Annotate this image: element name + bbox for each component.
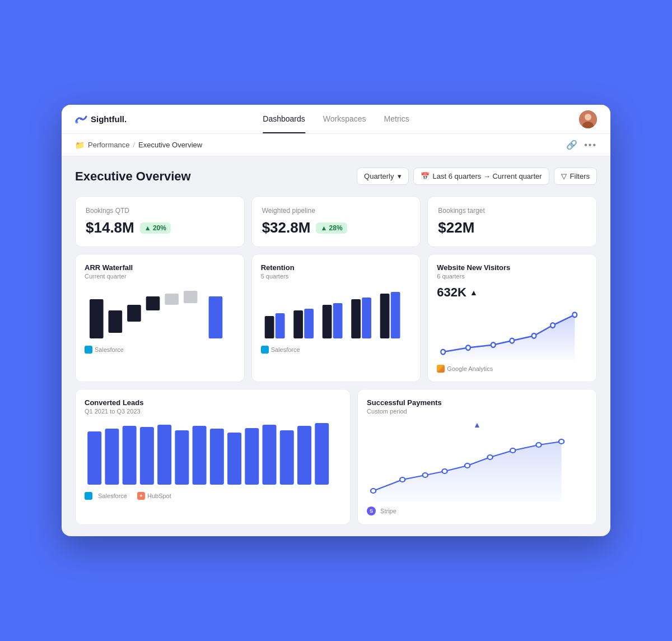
- bookings-qtd-value-row: $14.8M ▲ 20%: [86, 219, 234, 236]
- ga-dot: [437, 365, 445, 373]
- svg-point-0: [76, 120, 78, 123]
- svg-rect-7: [127, 305, 141, 322]
- nav-metrics[interactable]: Metrics: [384, 105, 409, 133]
- avatar[interactable]: [579, 110, 597, 128]
- period-dropdown[interactable]: Quarterly ▾: [357, 168, 408, 185]
- website-visitors-chart: [437, 304, 587, 360]
- svg-rect-15: [304, 309, 314, 338]
- logo-icon: [75, 114, 87, 124]
- nav-right: [579, 110, 597, 128]
- website-visitors-subtitle: 6 quarters: [437, 273, 587, 280]
- breadcrumb-bar: 📁 Performance / Executive Overview 🔗 •••: [62, 134, 610, 156]
- retention-source-label: Salesforce: [271, 346, 300, 353]
- svg-rect-9: [165, 294, 179, 305]
- svg-point-26: [532, 333, 536, 338]
- svg-rect-16: [322, 305, 332, 338]
- svg-point-22: [441, 350, 446, 355]
- chart-cards-row2: ARR Waterfall Current quarter: [75, 254, 597, 382]
- website-visitors-source: Google Analytics: [437, 365, 587, 373]
- arr-waterfall-chart: [85, 285, 235, 341]
- retention-chart: [261, 285, 412, 341]
- svg-rect-11: [209, 296, 223, 338]
- chevron-down-icon: ▾: [398, 172, 402, 180]
- svg-rect-6: [109, 310, 123, 333]
- bookings-target-value-row: $22M: [438, 219, 586, 236]
- retention-title: Retention: [261, 263, 412, 272]
- svg-point-25: [510, 338, 515, 343]
- svg-point-46: [442, 469, 447, 473]
- converted-leads-sources: Salesforce ✦ HubSpot: [85, 492, 341, 500]
- page-header: Executive Overview Quarterly ▾ 📅 Last 6 …: [75, 168, 597, 185]
- bookings-target-card: Bookings target $22M: [427, 196, 597, 247]
- breadcrumb-separator: /: [133, 141, 135, 149]
- link-icon[interactable]: 🔗: [566, 140, 577, 150]
- svg-rect-12: [264, 316, 274, 338]
- svg-rect-10: [184, 291, 198, 303]
- filters-label: Filters: [570, 172, 590, 180]
- svg-point-49: [510, 448, 515, 453]
- website-visitors-card: Website New Visitors 6 quarters 632K ▲: [427, 254, 597, 382]
- filter-icon: ▽: [561, 172, 567, 180]
- stripe-icon: S: [367, 507, 376, 515]
- svg-point-51: [559, 439, 564, 444]
- website-visitors-source-label: Google Analytics: [447, 365, 493, 372]
- nav-dashboards[interactable]: Dashboards: [263, 105, 305, 133]
- svg-rect-14: [293, 310, 303, 338]
- svg-rect-19: [362, 298, 371, 338]
- header-controls: Quarterly ▾ 📅 Last 6 quarters → Current …: [357, 168, 597, 185]
- date-range-button[interactable]: 📅 Last 6 quarters → Current quarter: [413, 168, 549, 185]
- website-visitors-title: Website New Visitors: [437, 263, 587, 272]
- trend-up-icon: ▲: [470, 288, 478, 297]
- svg-rect-35: [193, 426, 207, 485]
- svg-rect-20: [380, 294, 389, 338]
- successful-payments-subtitle: Custom period: [367, 408, 587, 415]
- successful-payments-source: S Stripe: [367, 507, 587, 515]
- period-label: Quarterly: [364, 172, 394, 180]
- nav-center: Dashboards Workspaces Metrics: [263, 105, 409, 133]
- converted-leads-sf-label: Salesforce: [98, 493, 127, 499]
- main-content: Executive Overview Quarterly ▾ 📅 Last 6 …: [62, 156, 610, 536]
- svg-point-45: [423, 473, 428, 477]
- arr-waterfall-title: ARR Waterfall: [85, 263, 235, 272]
- browser-window: Sightfull. Dashboards Workspaces Metrics…: [62, 105, 610, 536]
- svg-rect-42: [315, 423, 329, 485]
- weighted-pipeline-value-row: $32.8M ▲ 28%: [262, 219, 410, 236]
- svg-rect-39: [263, 425, 277, 485]
- nav-workspaces[interactable]: Workspaces: [323, 105, 366, 133]
- svg-point-28: [573, 312, 577, 317]
- sf-dot: [85, 346, 92, 354]
- retention-subtitle: 5 quarters: [261, 273, 412, 280]
- svg-point-24: [491, 342, 496, 347]
- top-nav: Sightfull. Dashboards Workspaces Metrics: [62, 105, 610, 134]
- svg-rect-17: [333, 303, 342, 338]
- arr-waterfall-card: ARR Waterfall Current quarter: [75, 254, 245, 382]
- svg-rect-33: [157, 425, 171, 485]
- weighted-pipeline-label: Weighted pipeline: [262, 207, 410, 215]
- svg-rect-32: [140, 427, 154, 485]
- bookings-target-value: $22M: [438, 219, 474, 236]
- breadcrumb-parent[interactable]: Performance: [88, 141, 129, 149]
- svg-rect-31: [123, 426, 137, 485]
- svg-rect-21: [390, 292, 400, 338]
- metric-cards-row: Bookings QTD $14.8M ▲ 20% Weighted pipel…: [75, 196, 597, 247]
- successful-payments-title: Successful Payments: [367, 398, 587, 407]
- breadcrumb-icon: 📁: [75, 141, 85, 150]
- svg-rect-30: [105, 429, 119, 485]
- svg-rect-34: [175, 430, 189, 485]
- arr-waterfall-subtitle: Current quarter: [85, 273, 235, 280]
- retention-source: Salesforce: [261, 346, 412, 354]
- svg-rect-40: [280, 430, 294, 485]
- filters-button[interactable]: ▽ Filters: [554, 168, 597, 185]
- retention-card: Retention 5 quarters: [251, 254, 421, 382]
- svg-rect-8: [146, 296, 160, 310]
- arr-waterfall-source-label: Salesforce: [95, 346, 124, 353]
- svg-rect-36: [210, 429, 224, 485]
- successful-payments-source-label: Stripe: [380, 508, 396, 514]
- sf-dot2: [261, 346, 269, 354]
- svg-rect-37: [227, 433, 241, 485]
- more-icon[interactable]: •••: [584, 140, 597, 150]
- svg-point-23: [466, 345, 470, 350]
- bookings-qtd-label: Bookings QTD: [86, 207, 234, 215]
- svg-rect-29: [87, 431, 101, 485]
- converted-leads-chart: [85, 420, 341, 487]
